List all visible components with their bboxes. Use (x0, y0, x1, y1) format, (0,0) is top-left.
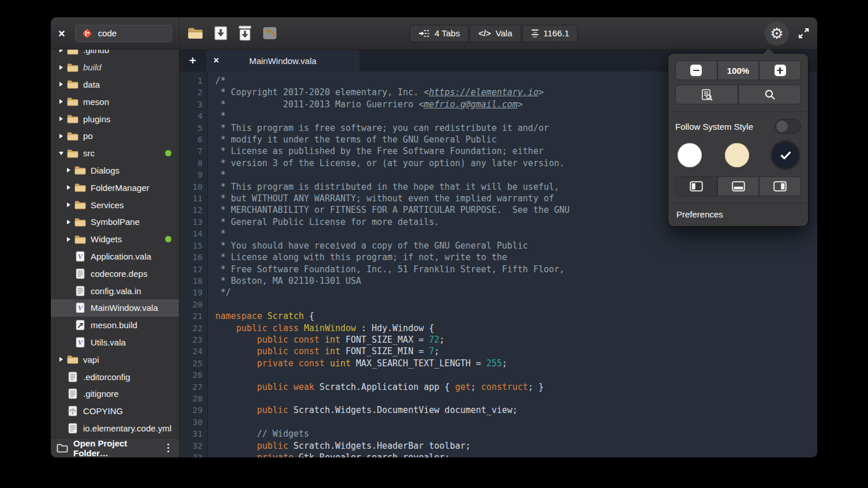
folder-item-foldermanager[interactable]: FolderManager (51, 179, 179, 196)
close-window-button[interactable]: × (58, 28, 65, 39)
chevron-right-icon[interactable] (57, 82, 66, 87)
folder-item-src[interactable]: src (51, 145, 179, 162)
line-number: 6 (179, 134, 207, 145)
zoom-controls: 100% (675, 61, 801, 80)
style-sepia-button[interactable] (725, 143, 749, 167)
folder-item-vapi[interactable]: vapi (51, 351, 179, 368)
chevron-right-icon[interactable] (57, 357, 66, 362)
follow-system-style-label: Follow System Style (675, 122, 753, 132)
folder-icon (74, 234, 86, 245)
zoom-level-button[interactable]: 100% (718, 61, 760, 80)
line-number: 16 (179, 251, 207, 263)
close-tab-icon[interactable]: × (214, 56, 219, 65)
project-menu-button[interactable] (163, 441, 174, 455)
fullscreen-button[interactable] (798, 27, 810, 39)
language-button[interactable]: </> Vala (470, 25, 521, 42)
goto-line-button[interactable]: 1166.1 (522, 25, 578, 42)
folder-item-widgets[interactable]: Widgets (51, 231, 179, 248)
folder-icon (67, 130, 78, 141)
chevron-down-icon[interactable] (57, 152, 66, 155)
save-as-button[interactable] (238, 25, 252, 41)
item-label: Dialogs (91, 166, 119, 175)
style-light-button[interactable] (678, 143, 702, 167)
chevron-right-icon[interactable] (64, 220, 73, 224)
item-label: build (83, 62, 102, 72)
line-ruler-icon (531, 28, 539, 39)
open-file-button[interactable] (187, 27, 204, 40)
plus-icon (775, 65, 786, 76)
chevron-right-icon[interactable] (57, 99, 66, 104)
line-number: 1 (179, 75, 207, 87)
file-item-application-vala[interactable]: VApplication.vala (51, 248, 179, 265)
sidebar-header: × code (51, 17, 179, 49)
folder-item-po[interactable]: po (51, 127, 179, 145)
find-button[interactable] (739, 85, 800, 104)
toggle-left-panel-button[interactable] (676, 177, 718, 196)
tab-switcher-button[interactable]: 4 Tabs (410, 25, 469, 42)
chevron-right-icon[interactable] (64, 185, 73, 190)
folder-item-data[interactable]: data (51, 76, 179, 93)
find-in-files-button[interactable] (676, 85, 739, 104)
file-item-utils-vala[interactable]: VUtils.vala (51, 334, 179, 351)
code-line: * (215, 228, 817, 239)
headerbar: × code (51, 17, 817, 50)
toolbar (187, 25, 278, 41)
folder-item-build[interactable]: build (51, 59, 179, 76)
text-file-icon (67, 371, 78, 382)
chevron-right-icon[interactable] (64, 202, 73, 207)
chevron-right-icon[interactable] (57, 65, 66, 70)
file-item-config-vala-in[interactable]: config.vala.in (51, 282, 179, 299)
line-number: 18 (179, 275, 207, 287)
project-chip-button[interactable]: code (75, 25, 172, 42)
folder-item-symbolpane[interactable]: SymbolPane (51, 213, 179, 231)
zoom-in-button[interactable] (760, 61, 800, 80)
file-item-copying[interactable]: COPYING (51, 403, 179, 420)
code-line: private Gtk.Revealer search_revealer; (215, 452, 817, 457)
save-button[interactable] (214, 25, 228, 41)
code-line: public class MainWindow : Hdy.Window { (215, 322, 817, 334)
preferences-menu-item[interactable]: Preferences (668, 203, 808, 226)
code-line: * License along with this program; if no… (215, 251, 817, 263)
code-line: namespace Scratch { (215, 310, 817, 322)
chevron-right-icon[interactable] (64, 237, 73, 242)
chevron-right-icon[interactable] (57, 50, 66, 52)
chevron-right-icon[interactable] (57, 117, 66, 121)
chevron-right-icon[interactable] (57, 134, 66, 138)
line-number: 29 (179, 404, 207, 416)
folder-icon (74, 182, 86, 193)
settings-menu-button[interactable]: ⚙ (765, 21, 789, 46)
toggle-bottom-panel-button[interactable] (718, 177, 760, 196)
item-label: Utils.vala (91, 337, 126, 347)
file-item-codecore-deps[interactable]: codecore.deps (51, 265, 179, 282)
file-item-meson-build[interactable]: meson.build (51, 317, 179, 334)
folder-item-github[interactable]: .github (51, 50, 179, 59)
undo-button[interactable] (262, 26, 278, 40)
folder-item-dialogs[interactable]: Dialogs (51, 162, 179, 179)
line-number: 8 (179, 157, 207, 169)
line-number: 9 (179, 169, 207, 181)
file-item-gitignore[interactable]: .gitignore (51, 385, 179, 403)
folder-icon (67, 50, 78, 55)
code-line (215, 299, 817, 310)
build-script-icon (74, 320, 86, 331)
open-project-folder-button[interactable]: Open Project Folder… (51, 438, 179, 457)
tab-title: MainWindow.vala (249, 56, 317, 66)
toggle-right-panel-button[interactable] (760, 177, 800, 196)
file-item-mainwindow-vala[interactable]: VMainWindow.vala (51, 299, 179, 317)
tab-mainwindow-vala[interactable]: × MainWindow.vala (206, 50, 360, 72)
item-label: io.elementary.code.yml (83, 423, 171, 433)
folder-item-services[interactable]: Services (51, 196, 179, 213)
zoom-out-button[interactable] (676, 61, 718, 80)
file-item-io-elementary-code-yml[interactable]: io.elementary.code.yml (51, 420, 179, 437)
item-label: .github (83, 50, 109, 55)
item-label: FolderManager (91, 183, 149, 193)
code-line: * Free Software Foundation, Inc., 51 Fra… (215, 264, 817, 275)
new-tab-button[interactable]: + (179, 50, 206, 72)
chevron-right-icon[interactable] (64, 168, 73, 172)
follow-system-style-toggle[interactable] (775, 119, 801, 134)
folder-item-plugins[interactable]: plugins (51, 110, 179, 127)
code-line: public Scratch.Widgets.DocumentView docu… (215, 404, 817, 416)
file-item-editorconfig[interactable]: .editorconfig (51, 368, 179, 385)
folder-item-meson[interactable]: meson (51, 93, 179, 110)
style-dark-button[interactable] (772, 142, 799, 168)
